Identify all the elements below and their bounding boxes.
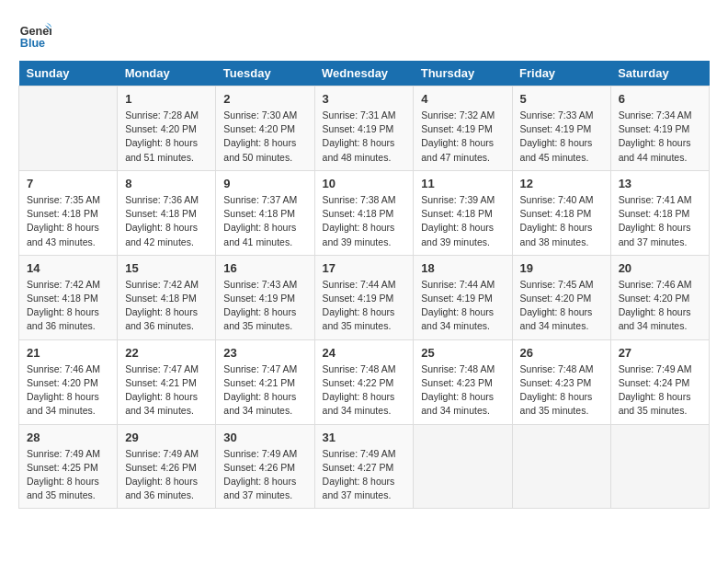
- calendar-cell: 7Sunrise: 7:35 AM Sunset: 4:18 PM Daylig…: [19, 170, 118, 255]
- day-number: 18: [421, 261, 504, 275]
- calendar-cell: [19, 86, 118, 171]
- day-number: 17: [323, 261, 406, 275]
- weekday-header: Thursday: [414, 61, 512, 86]
- day-info: Sunrise: 7:30 AM Sunset: 4:20 PM Dayligh…: [223, 109, 306, 165]
- calendar-cell: 9Sunrise: 7:37 AM Sunset: 4:18 PM Daylig…: [216, 170, 314, 255]
- day-info: Sunrise: 7:37 AM Sunset: 4:18 PM Dayligh…: [223, 193, 306, 249]
- weekday-header: Friday: [512, 61, 610, 86]
- weekday-header: Saturday: [610, 61, 709, 86]
- svg-text:Blue: Blue: [20, 37, 45, 50]
- day-info: Sunrise: 7:28 AM Sunset: 4:20 PM Dayligh…: [125, 109, 208, 165]
- day-info: Sunrise: 7:44 AM Sunset: 4:19 PM Dayligh…: [323, 278, 406, 334]
- day-number: 6: [619, 92, 701, 106]
- day-info: Sunrise: 7:38 AM Sunset: 4:18 PM Dayligh…: [323, 193, 406, 249]
- calendar-cell: 10Sunrise: 7:38 AM Sunset: 4:18 PM Dayli…: [314, 170, 414, 255]
- calendar-week-row: 7Sunrise: 7:35 AM Sunset: 4:18 PM Daylig…: [19, 170, 710, 255]
- day-number: 2: [223, 92, 306, 106]
- day-info: Sunrise: 7:49 AM Sunset: 4:26 PM Dayligh…: [125, 447, 208, 503]
- day-info: Sunrise: 7:34 AM Sunset: 4:19 PM Dayligh…: [619, 109, 701, 165]
- day-number: 8: [125, 177, 208, 190]
- day-number: 3: [323, 92, 406, 106]
- calendar-cell: 14Sunrise: 7:42 AM Sunset: 4:18 PM Dayli…: [19, 255, 118, 339]
- day-info: Sunrise: 7:49 AM Sunset: 4:25 PM Dayligh…: [27, 447, 109, 503]
- calendar-cell: 16Sunrise: 7:43 AM Sunset: 4:19 PM Dayli…: [216, 255, 314, 339]
- day-info: Sunrise: 7:46 AM Sunset: 4:20 PM Dayligh…: [27, 362, 109, 419]
- day-info: Sunrise: 7:36 AM Sunset: 4:18 PM Dayligh…: [125, 193, 208, 249]
- calendar-cell: 23Sunrise: 7:47 AM Sunset: 4:21 PM Dayli…: [216, 339, 314, 424]
- weekday-header: Wednesday: [314, 61, 414, 86]
- calendar-cell: 27Sunrise: 7:49 AM Sunset: 4:24 PM Dayli…: [610, 339, 709, 424]
- day-info: Sunrise: 7:39 AM Sunset: 4:18 PM Dayligh…: [421, 193, 504, 249]
- calendar-cell: 21Sunrise: 7:46 AM Sunset: 4:20 PM Dayli…: [19, 339, 118, 424]
- calendar-cell: 6Sunrise: 7:34 AM Sunset: 4:19 PM Daylig…: [610, 86, 709, 171]
- logo: General Blue: [18, 18, 55, 52]
- weekday-header: Tuesday: [216, 61, 314, 86]
- day-number: 9: [223, 177, 306, 190]
- day-number: 13: [619, 177, 701, 190]
- day-number: 11: [421, 177, 504, 190]
- day-info: Sunrise: 7:47 AM Sunset: 4:21 PM Dayligh…: [223, 362, 306, 419]
- calendar-week-row: 21Sunrise: 7:46 AM Sunset: 4:20 PM Dayli…: [19, 339, 710, 424]
- day-info: Sunrise: 7:41 AM Sunset: 4:18 PM Dayligh…: [619, 193, 701, 249]
- day-number: 24: [323, 346, 406, 360]
- day-info: Sunrise: 7:49 AM Sunset: 4:24 PM Dayligh…: [619, 362, 701, 419]
- page-header: General Blue: [18, 18, 710, 52]
- calendar-cell: 18Sunrise: 7:44 AM Sunset: 4:19 PM Dayli…: [414, 255, 512, 339]
- calendar-cell: 25Sunrise: 7:48 AM Sunset: 4:23 PM Dayli…: [414, 339, 512, 424]
- day-info: Sunrise: 7:40 AM Sunset: 4:18 PM Dayligh…: [520, 193, 603, 249]
- calendar-cell: 4Sunrise: 7:32 AM Sunset: 4:19 PM Daylig…: [414, 86, 512, 171]
- day-info: Sunrise: 7:46 AM Sunset: 4:20 PM Dayligh…: [619, 278, 701, 334]
- day-info: Sunrise: 7:45 AM Sunset: 4:20 PM Dayligh…: [520, 278, 603, 334]
- day-number: 22: [125, 346, 208, 360]
- day-number: 31: [323, 431, 406, 444]
- day-number: 4: [421, 92, 504, 106]
- day-number: 15: [125, 261, 208, 275]
- calendar-cell: 11Sunrise: 7:39 AM Sunset: 4:18 PM Dayli…: [414, 170, 512, 255]
- calendar-cell: [610, 424, 709, 509]
- calendar-cell: [512, 424, 610, 509]
- calendar-cell: 30Sunrise: 7:49 AM Sunset: 4:26 PM Dayli…: [216, 424, 314, 509]
- weekday-header: Sunday: [19, 61, 118, 86]
- day-info: Sunrise: 7:49 AM Sunset: 4:27 PM Dayligh…: [323, 447, 406, 503]
- calendar-cell: 17Sunrise: 7:44 AM Sunset: 4:19 PM Dayli…: [314, 255, 414, 339]
- calendar-cell: [414, 424, 512, 509]
- calendar-cell: 29Sunrise: 7:49 AM Sunset: 4:26 PM Dayli…: [118, 424, 216, 509]
- day-info: Sunrise: 7:33 AM Sunset: 4:19 PM Dayligh…: [520, 109, 603, 165]
- day-info: Sunrise: 7:48 AM Sunset: 4:22 PM Dayligh…: [323, 362, 406, 419]
- day-info: Sunrise: 7:43 AM Sunset: 4:19 PM Dayligh…: [223, 278, 306, 334]
- calendar-cell: 28Sunrise: 7:49 AM Sunset: 4:25 PM Dayli…: [19, 424, 118, 509]
- calendar-week-row: 28Sunrise: 7:49 AM Sunset: 4:25 PM Dayli…: [19, 424, 710, 509]
- day-number: 10: [323, 177, 406, 190]
- calendar-cell: 15Sunrise: 7:42 AM Sunset: 4:18 PM Dayli…: [118, 255, 216, 339]
- day-number: 26: [520, 346, 603, 360]
- calendar-cell: 8Sunrise: 7:36 AM Sunset: 4:18 PM Daylig…: [118, 170, 216, 255]
- calendar-cell: 24Sunrise: 7:48 AM Sunset: 4:22 PM Dayli…: [314, 339, 414, 424]
- day-info: Sunrise: 7:42 AM Sunset: 4:18 PM Dayligh…: [27, 278, 109, 334]
- day-number: 25: [421, 346, 504, 360]
- calendar-cell: 20Sunrise: 7:46 AM Sunset: 4:20 PM Dayli…: [610, 255, 709, 339]
- calendar-cell: 2Sunrise: 7:30 AM Sunset: 4:20 PM Daylig…: [216, 86, 314, 171]
- calendar-table: SundayMondayTuesdayWednesdayThursdayFrid…: [18, 61, 710, 509]
- calendar-week-row: 1Sunrise: 7:28 AM Sunset: 4:20 PM Daylig…: [19, 86, 710, 171]
- calendar-cell: 22Sunrise: 7:47 AM Sunset: 4:21 PM Dayli…: [118, 339, 216, 424]
- logo-icon: General Blue: [18, 18, 51, 52]
- day-number: 7: [27, 177, 109, 190]
- day-info: Sunrise: 7:47 AM Sunset: 4:21 PM Dayligh…: [125, 362, 208, 419]
- day-number: 21: [27, 346, 109, 360]
- day-number: 1: [125, 92, 208, 106]
- day-info: Sunrise: 7:44 AM Sunset: 4:19 PM Dayligh…: [421, 278, 504, 334]
- day-info: Sunrise: 7:35 AM Sunset: 4:18 PM Dayligh…: [27, 193, 109, 249]
- calendar-body: 1Sunrise: 7:28 AM Sunset: 4:20 PM Daylig…: [19, 86, 710, 509]
- weekday-header: Monday: [118, 61, 216, 86]
- day-info: Sunrise: 7:48 AM Sunset: 4:23 PM Dayligh…: [520, 362, 603, 419]
- calendar-header: SundayMondayTuesdayWednesdayThursdayFrid…: [19, 61, 710, 86]
- day-number: 5: [520, 92, 603, 106]
- calendar-cell: 5Sunrise: 7:33 AM Sunset: 4:19 PM Daylig…: [512, 86, 610, 171]
- day-number: 12: [520, 177, 603, 190]
- day-info: Sunrise: 7:42 AM Sunset: 4:18 PM Dayligh…: [125, 278, 208, 334]
- day-number: 23: [223, 346, 306, 360]
- calendar-cell: 26Sunrise: 7:48 AM Sunset: 4:23 PM Dayli…: [512, 339, 610, 424]
- day-number: 19: [520, 261, 603, 275]
- calendar-cell: 1Sunrise: 7:28 AM Sunset: 4:20 PM Daylig…: [118, 86, 216, 171]
- day-number: 14: [27, 261, 109, 275]
